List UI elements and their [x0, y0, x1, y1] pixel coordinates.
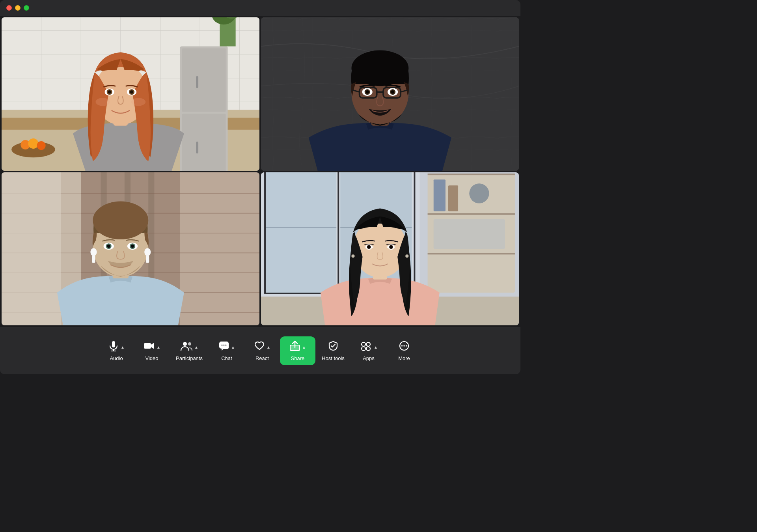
- svg-point-81: [131, 245, 134, 248]
- chat-icon: [218, 340, 229, 353]
- participants-button[interactable]: ▲ Participants: [170, 336, 209, 366]
- svg-rect-90: [414, 172, 415, 294]
- svg-rect-89: [337, 172, 339, 294]
- video-chevron-icon: ▲: [157, 345, 160, 349]
- svg-rect-20: [182, 114, 226, 171]
- more-icon: [399, 340, 410, 353]
- svg-point-17: [37, 141, 46, 150]
- svg-point-34: [95, 98, 110, 106]
- more-button[interactable]: More: [386, 336, 422, 366]
- maximize-button[interactable]: [24, 5, 29, 11]
- heart-icon: [254, 340, 265, 353]
- share-chevron-icon: ▲: [302, 345, 306, 349]
- audio-button[interactable]: ▲ Audio: [99, 336, 134, 366]
- participants-icon-wrapper: ▲: [180, 340, 198, 353]
- chat-button[interactable]: ▲ Chat: [209, 336, 244, 366]
- svg-point-109: [390, 246, 392, 248]
- svg-rect-88: [264, 172, 266, 294]
- svg-point-48: [391, 90, 394, 93]
- titlebar: [0, 0, 520, 16]
- participant-1-video: [2, 17, 259, 171]
- apps-chevron-icon: ▲: [374, 345, 378, 349]
- svg-point-126: [362, 347, 365, 351]
- svg-point-33: [130, 90, 133, 93]
- audio-label: Audio: [110, 355, 123, 361]
- close-button[interactable]: [6, 5, 12, 11]
- svg-point-131: [406, 345, 407, 347]
- svg-rect-84: [265, 172, 336, 293]
- video-camera-icon: [143, 340, 155, 353]
- react-button[interactable]: ▲ React: [244, 336, 280, 366]
- react-chevron-icon: ▲: [267, 345, 270, 349]
- participants-label: Participants: [176, 355, 203, 361]
- svg-rect-73: [92, 256, 95, 263]
- video-grid: [0, 16, 520, 327]
- svg-point-130: [403, 345, 405, 347]
- apps-icon-wrapper: ▲: [360, 340, 378, 353]
- svg-point-71: [93, 201, 148, 239]
- more-icon-wrapper: [399, 340, 410, 353]
- svg-point-116: [183, 342, 187, 346]
- share-button[interactable]: ▲ Share: [280, 336, 315, 365]
- audio-chevron-icon: ▲: [121, 345, 125, 349]
- chat-chevron-icon: ▲: [231, 345, 235, 349]
- react-label: React: [255, 355, 269, 361]
- svg-point-72: [90, 248, 97, 256]
- svg-rect-94: [428, 174, 515, 175]
- share-icon: [289, 340, 300, 353]
- svg-point-125: [366, 342, 370, 346]
- svg-point-16: [28, 138, 38, 149]
- svg-rect-97: [434, 179, 446, 211]
- svg-point-111: [405, 254, 408, 258]
- svg-point-124: [362, 342, 365, 346]
- host-tools-button[interactable]: Host tools: [315, 336, 351, 366]
- svg-rect-96: [428, 253, 515, 254]
- chat-label: Chat: [221, 355, 232, 361]
- more-label: More: [398, 355, 410, 361]
- svg-rect-115: [144, 343, 151, 349]
- svg-point-74: [144, 248, 151, 256]
- svg-point-106: [368, 246, 370, 248]
- svg-rect-21: [196, 76, 198, 88]
- svg-point-110: [351, 254, 354, 258]
- svg-point-129: [401, 345, 403, 347]
- shield-icon: [328, 340, 339, 353]
- svg-point-119: [222, 345, 223, 346]
- svg-point-78: [107, 245, 110, 248]
- apps-label: Apps: [363, 355, 375, 361]
- svg-point-117: [188, 342, 191, 345]
- apps-button[interactable]: ▲ Apps: [351, 336, 386, 366]
- svg-point-35: [131, 98, 145, 106]
- video-label: Video: [145, 355, 158, 361]
- toolbar: ▲ Audio ▲ Video: [0, 327, 520, 374]
- participant-3-video: [2, 172, 259, 326]
- svg-rect-22: [196, 142, 198, 153]
- react-icon-wrapper: ▲: [254, 340, 270, 353]
- audio-icon-wrapper: ▲: [108, 340, 125, 353]
- video-button[interactable]: ▲ Video: [134, 336, 170, 366]
- svg-rect-68: [2, 172, 61, 326]
- video-icon-wrapper: ▲: [143, 340, 160, 353]
- svg-rect-112: [112, 341, 115, 347]
- minimize-button[interactable]: [15, 5, 21, 11]
- participants-chevron-icon: ▲: [194, 345, 198, 349]
- svg-rect-75: [146, 256, 149, 263]
- share-icon-wrapper: ▲: [289, 340, 306, 353]
- svg-point-45: [366, 90, 369, 93]
- svg-point-127: [366, 347, 370, 351]
- svg-rect-98: [448, 185, 458, 211]
- participant-4-video: [261, 172, 519, 326]
- share-label: Share: [291, 355, 305, 361]
- microphone-icon: [108, 340, 119, 353]
- svg-point-30: [108, 90, 111, 93]
- svg-rect-19: [182, 49, 226, 112]
- svg-rect-100: [434, 219, 505, 248]
- host-tools-icon-wrapper: [328, 340, 339, 353]
- participant-2-video: [261, 17, 519, 171]
- svg-point-99: [469, 183, 489, 203]
- chat-icon-wrapper: ▲: [218, 340, 235, 353]
- participants-icon: [180, 340, 193, 353]
- apps-icon: [360, 340, 372, 353]
- svg-rect-95: [428, 213, 515, 215]
- svg-point-120: [224, 345, 225, 346]
